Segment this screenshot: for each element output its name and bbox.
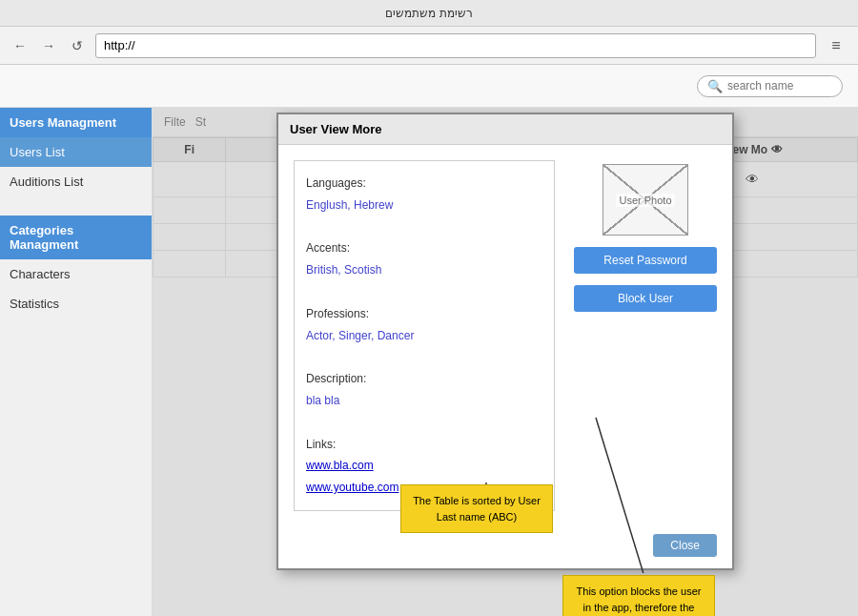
- languages-label: Languages:: [306, 176, 366, 190]
- search-box: 🔍: [697, 75, 843, 97]
- accents-value: British, Scotish: [306, 263, 381, 277]
- modal-body: Languages: Englush, Hebrew Accents: Brit…: [278, 145, 732, 526]
- modal-footer: Close: [278, 526, 732, 568]
- back-button[interactable]: ←: [10, 35, 31, 56]
- modal-info-panel: Languages: Englush, Hebrew Accents: Brit…: [294, 160, 555, 511]
- main-content: Filte St Fi Audition 🎥: [153, 108, 858, 616]
- reload-button[interactable]: ↺: [67, 35, 88, 56]
- professions-row: Professions: Actor, Singer, Dancer: [306, 303, 542, 347]
- app-topbar: 🔍: [0, 65, 858, 108]
- links-row: Links: www.bla.com www.youtube.com: [306, 434, 542, 499]
- description-label: Description:: [306, 372, 366, 385]
- sidebar-section-users-management: Users Managment: [0, 108, 152, 137]
- languages-value: Englush, Hebrew: [306, 198, 393, 212]
- block-user-button[interactable]: Block User: [574, 285, 717, 312]
- browser-title-bar: רשימת משתמשים: [0, 0, 858, 27]
- description-row: Description: bla bla: [306, 368, 542, 412]
- sidebar-item-statistics[interactable]: Statistics: [0, 289, 152, 318]
- sidebar-divider: [0, 196, 152, 216]
- professions-label: Professions:: [306, 307, 369, 320]
- modal-right-panel: User Photo Reset Password Block User: [574, 160, 717, 511]
- sidebar-item-users-list[interactable]: Users List: [0, 137, 152, 167]
- forward-button[interactable]: →: [38, 35, 59, 56]
- app-body: Users Managment Users List Auditions Lis…: [0, 108, 858, 616]
- user-photo-box: User Photo: [603, 164, 688, 236]
- user-photo-label: User Photo: [616, 194, 674, 207]
- modal-overlay: User View More Languages: Englush, Hebre…: [153, 108, 858, 616]
- browser-toolbar: ← → ↺ ≡: [0, 27, 858, 65]
- accents-label: Accents:: [306, 241, 350, 255]
- search-icon: 🔍: [707, 79, 723, 93]
- sidebar-section-categories: Categories Managment: [0, 216, 152, 259]
- links-label: Links:: [306, 438, 336, 451]
- reset-password-button[interactable]: Reset Password: [574, 247, 717, 274]
- sidebar-item-characters[interactable]: Characters: [0, 259, 152, 289]
- sidebar: Users Managment Users List Auditions Lis…: [0, 108, 153, 616]
- modal-header: User View More: [278, 114, 732, 145]
- browser-menu-button[interactable]: ≡: [824, 33, 848, 58]
- link1-value[interactable]: www.bla.com: [306, 459, 374, 472]
- link2-value[interactable]: www.youtube.com: [306, 481, 398, 494]
- accents-row: Accents: British, Scotish: [306, 237, 542, 281]
- page-title: רשימת משתמשים: [385, 7, 472, 20]
- browser-content: 🔍 Users Managment Users List Auditions L…: [0, 65, 858, 616]
- description-value: bla bla: [306, 394, 339, 407]
- close-button[interactable]: Close: [653, 534, 717, 557]
- address-bar[interactable]: [95, 33, 816, 58]
- search-input[interactable]: [727, 79, 832, 92]
- professions-value: Actor, Singer, Dancer: [306, 329, 414, 342]
- user-view-more-modal: User View More Languages: Englush, Hebre…: [276, 113, 734, 570]
- sidebar-item-auditions-list[interactable]: Auditions List: [0, 167, 152, 196]
- languages-row: Languages: Englush, Hebrew: [306, 173, 542, 216]
